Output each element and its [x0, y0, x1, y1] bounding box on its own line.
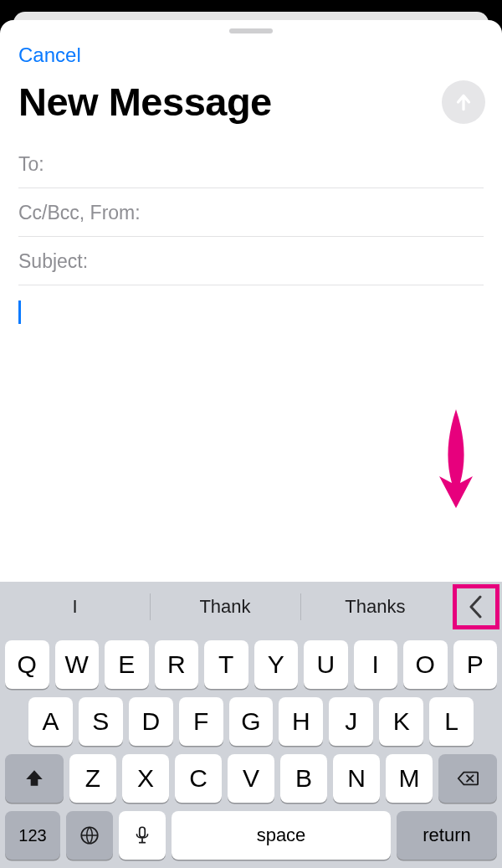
key-b[interactable]: B — [280, 754, 327, 803]
subject-label: Subject: — [18, 250, 88, 272]
key-row-bottom: 123 space return — [0, 803, 502, 866]
backspace-key[interactable] — [438, 754, 497, 803]
key-row-1: Q W E R T Y U I O P — [0, 632, 502, 689]
prediction-1[interactable]: Thank — [150, 582, 300, 632]
key-j[interactable]: J — [329, 697, 373, 746]
dictation-key[interactable] — [119, 811, 166, 860]
key-c[interactable]: C — [175, 754, 222, 803]
key-f[interactable]: F — [179, 697, 223, 746]
message-body[interactable] — [0, 285, 502, 582]
numeric-key[interactable]: 123 — [5, 811, 60, 860]
send-button[interactable] — [442, 80, 485, 124]
key-k[interactable]: K — [379, 697, 423, 746]
prediction-expand-button[interactable] — [450, 582, 502, 632]
key-w[interactable]: W — [55, 640, 100, 689]
key-row-2: A S D F G H J K L — [0, 689, 502, 746]
key-v[interactable]: V — [228, 754, 274, 803]
to-label: To: — [18, 153, 44, 175]
key-d[interactable]: D — [129, 697, 173, 746]
page-title: New Message — [18, 79, 272, 125]
key-p[interactable]: P — [453, 640, 498, 689]
key-g[interactable]: G — [229, 697, 274, 746]
key-e[interactable]: E — [105, 640, 149, 689]
key-r[interactable]: R — [155, 640, 199, 689]
key-a[interactable]: A — [28, 697, 73, 746]
key-row-3: Z X C V B N M — [0, 746, 502, 803]
svg-rect-1 — [140, 827, 146, 837]
globe-icon — [79, 824, 100, 846]
key-l[interactable]: L — [429, 697, 474, 746]
prediction-0[interactable]: I — [0, 582, 150, 632]
ccbcc-from-field[interactable]: Cc/Bcc, From: — [18, 188, 484, 237]
ccbcc-label: Cc/Bcc, From: — [18, 202, 141, 223]
key-h[interactable]: H — [279, 697, 323, 746]
key-o[interactable]: O — [403, 640, 448, 689]
keyboard: I Thank Thanks Q W E R T Y U I O P A S — [0, 582, 502, 868]
globe-key[interactable] — [66, 811, 113, 860]
key-s[interactable]: S — [79, 697, 123, 746]
key-q[interactable]: Q — [5, 640, 49, 689]
key-u[interactable]: U — [304, 640, 348, 689]
shift-key[interactable] — [5, 754, 64, 803]
key-i[interactable]: I — [354, 640, 398, 689]
prediction-2[interactable]: Thanks — [300, 582, 450, 632]
subject-field[interactable]: Subject: — [18, 237, 484, 285]
sheet-grabber[interactable] — [229, 28, 273, 33]
backspace-icon — [457, 768, 479, 789]
prediction-bar: I Thank Thanks — [0, 582, 502, 632]
to-field[interactable]: To: — [18, 140, 484, 188]
return-key[interactable]: return — [397, 811, 497, 860]
compose-sheet: Cancel New Message To: Cc/Bcc, From: Sub… — [0, 20, 502, 868]
shift-icon — [23, 768, 45, 789]
key-n[interactable]: N — [333, 754, 380, 803]
microphone-icon — [131, 824, 153, 846]
text-cursor — [18, 300, 21, 324]
key-x[interactable]: X — [122, 754, 169, 803]
key-z[interactable]: Z — [69, 754, 116, 803]
key-y[interactable]: Y — [254, 640, 299, 689]
key-t[interactable]: T — [204, 640, 248, 689]
cancel-button[interactable]: Cancel — [0, 39, 502, 79]
arrow-up-icon — [453, 91, 474, 113]
key-m[interactable]: M — [386, 754, 433, 803]
space-key[interactable]: space — [172, 811, 391, 860]
chevron-left-icon — [468, 595, 484, 619]
